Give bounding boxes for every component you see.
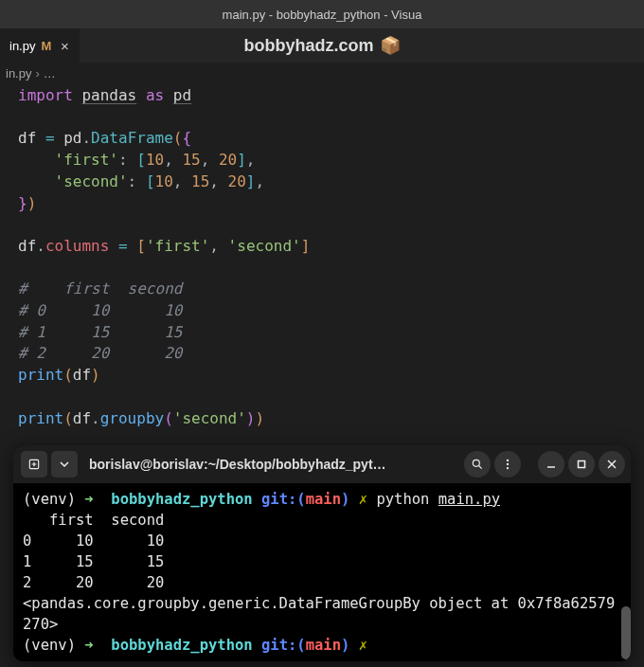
maximize-button[interactable]: [568, 451, 595, 478]
terminal-dropdown-button[interactable]: [51, 451, 78, 478]
terminal-output-header: first second: [23, 512, 164, 529]
overlay-site: bobbyhadz.com: [243, 36, 373, 56]
code-editor[interactable]: import pandas as pd df = pd.DataFrame({ …: [0, 83, 644, 445]
tab-filename: in.py: [9, 39, 35, 53]
minimize-button[interactable]: [538, 451, 564, 478]
tab-main-py[interactable]: in.py M ×: [0, 28, 80, 63]
terminal-title: borislav@borislav:~/Desktop/bobbyhadz_py…: [81, 457, 460, 472]
svg-point-7: [507, 467, 509, 469]
breadcrumb-more: …: [44, 66, 56, 81]
terminal-output-row: 1 15 15: [23, 553, 164, 570]
breadcrumb[interactable]: in.py › …: [0, 63, 644, 83]
svg-point-3: [473, 460, 479, 466]
close-icon[interactable]: ×: [57, 38, 72, 54]
terminal-output-row: 2 20 20: [23, 574, 164, 591]
chevron-right-icon: ›: [35, 66, 39, 81]
terminal-output-object: <pandas.core.groupby.generic.DataFrameGr…: [23, 595, 615, 633]
overlay-title: bobbyhadz.com 📦: [243, 35, 400, 56]
close-button[interactable]: [599, 451, 625, 478]
svg-point-5: [507, 460, 509, 461]
svg-rect-9: [579, 461, 585, 468]
terminal-header: borislav@borislav:~/Desktop/bobbyhadz_py…: [13, 445, 631, 483]
terminal-scrollbar[interactable]: [621, 606, 631, 659]
svg-point-6: [507, 463, 509, 465]
search-icon[interactable]: [464, 451, 491, 478]
window-title: main.py - bobbyhadz_python - Visua: [223, 8, 422, 22]
terminal-window: borislav@borislav:~/Desktop/bobbyhadz_py…: [13, 445, 631, 661]
breadcrumb-file: in.py: [6, 66, 31, 81]
terminal-menu-button[interactable]: [494, 451, 521, 478]
package-icon: 📦: [380, 35, 401, 56]
tab-modified-badge: M: [41, 39, 51, 53]
terminal-body[interactable]: (venv) ➜ bobbyhadz_python git:(main) ✗ p…: [13, 483, 631, 661]
editor-tabbar: in.py M × bobbyhadz.com 📦: [0, 28, 644, 63]
terminal-new-tab-button[interactable]: [21, 451, 47, 478]
svg-line-4: [479, 466, 482, 469]
window-titlebar: main.py - bobbyhadz_python - Visua: [0, 0, 644, 28]
terminal-output-row: 0 10 10: [23, 532, 164, 550]
